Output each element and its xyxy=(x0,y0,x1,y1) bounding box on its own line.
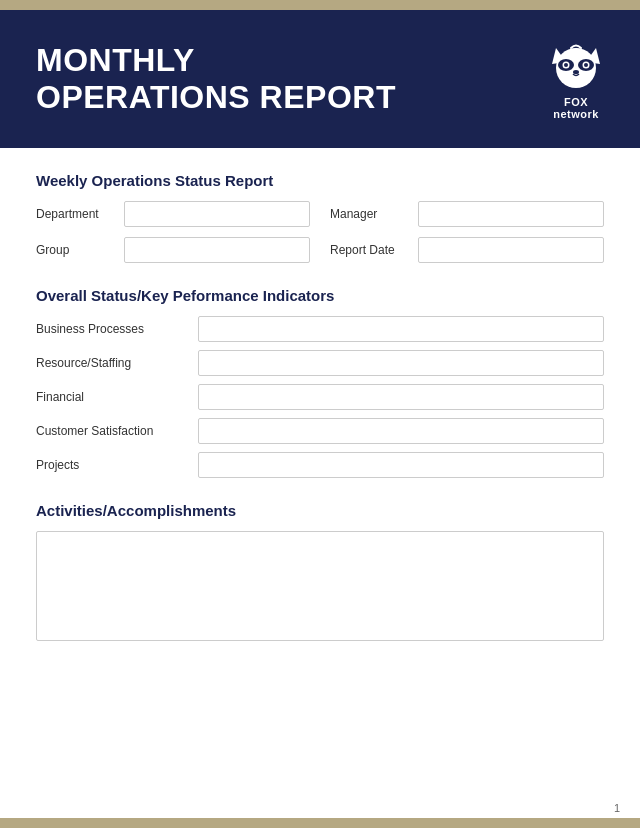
top-accent-bar xyxy=(0,0,640,10)
kpi-row-business: Business Processes xyxy=(36,316,604,342)
page-header: MONTHLY OPERATIONS REPORT xyxy=(0,10,640,148)
kpi-list: Business Processes Resource/Staffing Fin… xyxy=(36,316,604,478)
kpi-row-financial: Financial xyxy=(36,384,604,410)
kpi-input-projects[interactable] xyxy=(198,452,604,478)
manager-input[interactable] xyxy=(418,201,604,227)
fox-logo: FOX network xyxy=(548,38,604,120)
weekly-form-grid: Department Manager Group Report Date xyxy=(36,201,604,263)
kpi-row-customer: Customer Satisfaction xyxy=(36,418,604,444)
logo-brand: FOX network xyxy=(553,96,599,120)
svg-point-7 xyxy=(564,63,568,67)
group-label: Group xyxy=(36,243,116,257)
kpi-section: Overall Status/Key Peformance Indicators… xyxy=(36,287,604,478)
fox-icon xyxy=(548,38,604,94)
page-number: 1 xyxy=(614,802,620,814)
main-content: Weekly Operations Status Report Departme… xyxy=(0,148,640,818)
kpi-input-business[interactable] xyxy=(198,316,604,342)
kpi-row-resource: Resource/Staffing xyxy=(36,350,604,376)
report-date-label: Report Date xyxy=(330,243,410,257)
weekly-operations-section: Weekly Operations Status Report Departme… xyxy=(36,172,604,263)
kpi-label-projects: Projects xyxy=(36,458,186,472)
kpi-label-financial: Financial xyxy=(36,390,186,404)
title-line1: MONTHLY xyxy=(36,42,396,79)
bottom-accent-bar xyxy=(0,818,640,828)
kpi-label-resource: Resource/Staffing xyxy=(36,356,186,370)
kpi-row-projects: Projects xyxy=(36,452,604,478)
kpi-input-resource[interactable] xyxy=(198,350,604,376)
svg-point-8 xyxy=(584,63,588,67)
title-line2: OPERATIONS REPORT xyxy=(36,79,396,116)
activities-section-title: Activities/Accomplishments xyxy=(36,502,604,519)
report-date-row: Report Date xyxy=(330,237,604,263)
manager-label: Manager xyxy=(330,207,410,221)
kpi-section-title: Overall Status/Key Peformance Indicators xyxy=(36,287,604,304)
svg-point-9 xyxy=(573,70,579,74)
weekly-section-title: Weekly Operations Status Report xyxy=(36,172,604,189)
group-input[interactable] xyxy=(124,237,310,263)
kpi-input-financial[interactable] xyxy=(198,384,604,410)
group-row: Group xyxy=(36,237,310,263)
kpi-label-business: Business Processes xyxy=(36,322,186,336)
kpi-label-customer: Customer Satisfaction xyxy=(36,424,186,438)
activities-input-box[interactable] xyxy=(36,531,604,641)
department-input[interactable] xyxy=(124,201,310,227)
kpi-input-customer[interactable] xyxy=(198,418,604,444)
department-row: Department xyxy=(36,201,310,227)
manager-row: Manager xyxy=(330,201,604,227)
department-label: Department xyxy=(36,207,116,221)
report-date-input[interactable] xyxy=(418,237,604,263)
report-title: MONTHLY OPERATIONS REPORT xyxy=(36,42,396,116)
activities-section: Activities/Accomplishments xyxy=(36,502,604,641)
